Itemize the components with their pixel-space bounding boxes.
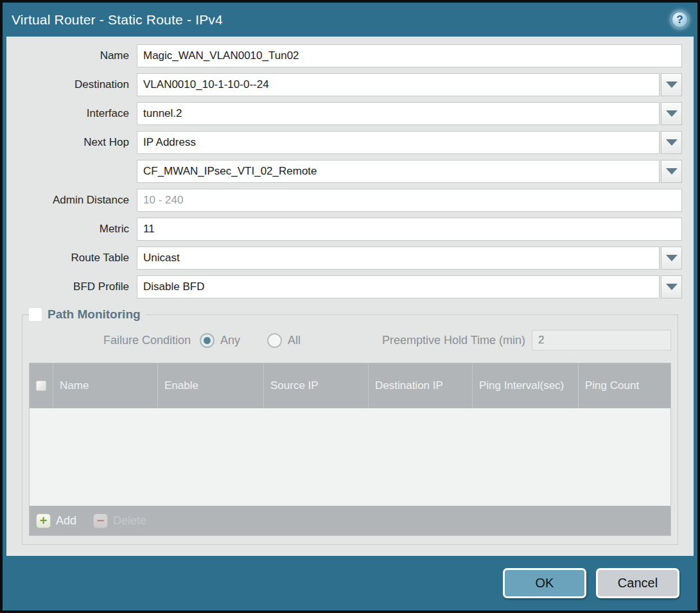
bfd-profile-label: BFD Profile [18,281,137,293]
name-label: Name [18,49,137,62]
column-header-enable[interactable]: Enable [157,363,263,408]
next-hop-address-dropdown-button[interactable] [661,160,682,183]
metric-label: Metric [18,223,137,236]
admin-distance-label: Admin Distance [18,194,137,207]
table-toolbar: + Add − Delete [30,506,670,535]
name-field [137,44,682,67]
destination-field [137,73,682,96]
failure-condition-any-label: Any [220,334,240,347]
preemptive-hold-time-label: Preemptive Hold Time (min) [382,334,525,347]
column-header-ping-interval[interactable]: Ping Interval(sec) [472,363,578,408]
minus-icon: − [93,514,108,528]
next-hop-dropdown-button[interactable] [661,131,682,154]
interface-field [137,102,682,125]
radio-dot [204,337,211,344]
chevron-down-icon [666,284,678,290]
path-monitoring-group: Path Monitoring Failure Condition Any Al… [22,307,678,545]
route-table-input[interactable] [137,246,660,270]
failure-condition-all-label: All [288,334,301,347]
cancel-button[interactable]: Cancel [596,568,679,598]
dialog-body: Name Destination Interface [6,37,694,556]
dialog-footer: OK Cancel [3,556,697,610]
chevron-down-icon [666,82,678,88]
radio-dot [271,337,278,344]
column-header-destination-ip[interactable]: Destination IP [368,363,472,408]
failure-condition-row: Failure Condition Any All Preemptive Hol… [29,329,671,351]
route-table-label: Route Table [18,252,137,264]
preemptive-hold-time-group: Preemptive Hold Time (min) [382,330,671,350]
dialog-title: Virtual Router - Static Route - IPv4 [12,12,223,28]
next-hop-address-field [137,160,682,183]
delete-button[interactable]: − Delete [93,514,146,528]
plus-icon: + [36,514,51,528]
path-monitoring-legend: Path Monitoring [29,307,146,322]
bfd-profile-input[interactable] [137,275,660,298]
path-monitoring-table: Name Enable Source IP Destination IP Pin… [29,363,671,536]
help-icon[interactable]: ? [671,11,688,28]
interface-row: Interface [18,102,682,125]
next-hop-row: Next Hop [18,131,682,154]
failure-condition-label: Failure Condition [29,334,191,347]
failure-condition-any-radio[interactable] [200,333,214,348]
interface-input[interactable] [137,102,660,125]
dialog-titlebar: Virtual Router - Static Route - IPv4 ? [3,3,697,37]
ok-button[interactable]: OK [503,568,586,598]
chevron-down-icon [666,139,678,146]
column-header-name[interactable]: Name [53,363,157,408]
interface-dropdown-button[interactable] [661,102,682,125]
add-button[interactable]: + Add [36,514,76,528]
delete-button-label: Delete [113,514,146,528]
static-route-dialog: Virtual Router - Static Route - IPv4 ? N… [0,0,700,613]
next-hop-field [137,131,682,154]
destination-input[interactable] [137,73,660,96]
next-hop-label: Next Hop [18,136,137,149]
failure-condition-all-radio[interactable] [267,333,282,348]
next-hop-type-input[interactable] [137,131,660,154]
destination-dropdown-button[interactable] [661,73,682,96]
metric-row: Metric [18,218,682,241]
bfd-profile-dropdown-button[interactable] [661,275,682,298]
name-input[interactable] [137,44,682,67]
route-table-row: Route Table [18,246,682,270]
next-hop-address-input[interactable] [137,160,660,183]
chevron-down-icon [666,168,678,175]
select-all-checkbox[interactable] [36,381,46,391]
preemptive-hold-time-input[interactable] [532,330,671,350]
name-row: Name [18,44,682,67]
route-table-dropdown-button[interactable] [661,246,682,270]
column-header-source-ip[interactable]: Source IP [263,363,368,408]
path-monitoring-title: Path Monitoring [48,307,141,322]
bfd-profile-field [137,275,682,298]
destination-label: Destination [18,78,137,91]
route-table-field [137,246,682,270]
admin-distance-row: Admin Distance [18,189,682,212]
path-monitoring-checkbox[interactable] [29,308,42,321]
interface-label: Interface [18,107,137,120]
table-header: Name Enable Source IP Destination IP Pin… [30,363,670,408]
chevron-down-icon [666,255,678,261]
destination-row: Destination [18,73,682,96]
chevron-down-icon [666,110,678,117]
column-header-ping-count[interactable]: Ping Count [578,363,670,408]
table-body-empty [30,408,670,506]
add-button-label: Add [56,514,76,528]
admin-distance-input[interactable] [137,189,682,212]
next-hop-address-row [18,160,682,183]
metric-field [137,218,682,241]
select-all-cell [30,363,53,408]
metric-input[interactable] [137,218,682,241]
bfd-profile-row: BFD Profile [18,275,682,298]
admin-distance-field [137,189,682,212]
